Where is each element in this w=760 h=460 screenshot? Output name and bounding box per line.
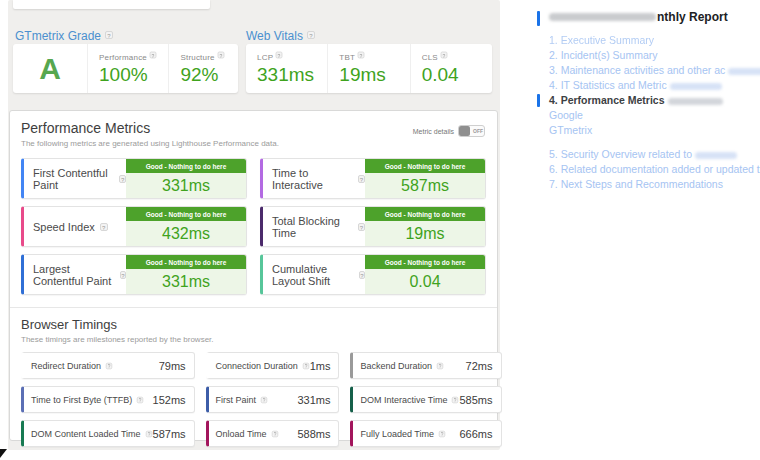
- outline-item-gtmetrix[interactable]: GTmetrix: [537, 123, 757, 138]
- help-icon[interactable]: ?: [218, 52, 225, 59]
- timing-card-onload: Onload Time? 588ms: [206, 420, 340, 447]
- outline-item-next-steps[interactable]: 7. Next Steps and Recommendations: [537, 177, 757, 192]
- timing-card-dom-content-loaded: DOM Content Loaded Time? 587ms: [21, 420, 195, 447]
- outline-item-text: 2. Incident(s) Summary: [549, 49, 658, 61]
- outline-item-related-documentation[interactable]: 6. Related documentation added or update…: [537, 162, 757, 177]
- performance-score-cell: Performance ? 100%: [87, 44, 168, 93]
- grade-card: A Performance ? 100% Structure ? 92%: [13, 44, 238, 93]
- outline-item-executive-summary[interactable]: 1. Executive Summary: [537, 33, 757, 48]
- web-vitals-heading-text: Web Vitals: [246, 29, 303, 43]
- outline-title[interactable]: nthly Report: [537, 10, 757, 24]
- help-icon[interactable]: ?: [441, 52, 448, 59]
- outline-item-text: 4. IT Statistics and Metric: [549, 79, 667, 91]
- help-icon[interactable]: ?: [105, 31, 113, 39]
- metric-details-toggle[interactable]: Metric details OFF: [413, 125, 485, 137]
- timing-card-first-paint: First Paint? 331ms: [206, 386, 340, 413]
- metric-value: 331ms: [126, 173, 246, 198]
- outline-item-text: 6. Related documentation added or update…: [549, 163, 760, 175]
- outline-item-text: 7. Next Steps and Recommendations: [549, 178, 723, 190]
- web-vitals-heading: Web Vitals?: [246, 29, 315, 43]
- gtmetrix-grade-heading: GTmetrix Grade?: [15, 29, 113, 43]
- timing-value: 1ms: [310, 360, 339, 372]
- grade-letter: A: [13, 44, 87, 93]
- outline-item-security-overview[interactable]: 5. Security Overview related to: [537, 147, 757, 162]
- redacted-text: [728, 68, 760, 75]
- outline-item-it-statistics[interactable]: 4. IT Statistics and Metric: [537, 78, 757, 93]
- timing-value: 331ms: [297, 394, 338, 406]
- redacted-text: [695, 152, 737, 159]
- help-icon[interactable]: ?: [261, 396, 267, 402]
- help-icon[interactable]: ?: [302, 362, 308, 368]
- timing-label: DOM Interactive Time: [360, 395, 447, 405]
- timing-value: 666ms: [459, 428, 500, 440]
- metric-label: Cumulative Layout Shift: [272, 263, 354, 287]
- gtmetrix-grade-heading-text: GTmetrix Grade: [15, 29, 101, 43]
- structure-score-cell: Structure ? 92%: [168, 44, 238, 93]
- browser-timings-title: Browser Timings: [21, 317, 486, 332]
- help-icon[interactable]: ?: [307, 31, 315, 39]
- metric-label: Total Blocking Time: [272, 215, 353, 239]
- help-icon[interactable]: ?: [271, 430, 277, 436]
- help-icon[interactable]: ?: [452, 396, 458, 402]
- metrics-panel: Performance Metrics The following metric…: [9, 110, 498, 441]
- active-indicator-bar: [537, 11, 540, 26]
- redacted-text: [549, 13, 656, 21]
- status-badge: Good - Nothing to do here: [365, 159, 485, 173]
- metric-value: 331ms: [126, 269, 246, 294]
- status-badge: Good - Nothing to do here: [365, 207, 485, 221]
- timing-label: First Paint: [216, 395, 257, 405]
- outline-item-text: GTmetrix: [549, 124, 592, 136]
- timing-value: 585ms: [459, 394, 500, 406]
- help-icon[interactable]: ?: [145, 430, 151, 436]
- timing-value: 587ms: [153, 428, 194, 440]
- metric-label: Time to Interactive: [272, 167, 353, 191]
- help-icon[interactable]: ?: [137, 396, 143, 402]
- metric-card-fcp: First Contentful Paint? Good - Nothing t…: [21, 158, 247, 199]
- timing-value: 152ms: [153, 394, 194, 406]
- timing-label: Onload Time: [216, 429, 267, 439]
- status-badge: Good - Nothing to do here: [126, 159, 246, 173]
- cls-label: CLS: [422, 53, 438, 62]
- outline-item-maintenance[interactable]: 3. Maintenance activities and other ac: [537, 63, 757, 78]
- gtmetrix-report-region: GTmetrix Grade? Web Vitals? A Performanc…: [8, 0, 500, 450]
- timing-value: 79ms: [159, 360, 194, 372]
- help-icon[interactable]: ?: [358, 175, 365, 183]
- metric-label: Largest Contentful Paint: [33, 263, 115, 287]
- cls-value: 0.04: [422, 64, 481, 86]
- help-icon[interactable]: ?: [358, 52, 365, 59]
- help-icon[interactable]: ?: [276, 52, 283, 59]
- help-icon[interactable]: ?: [100, 223, 108, 231]
- outline-item-text: 3. Maintenance activities and other ac: [549, 64, 725, 76]
- toggle-switch[interactable]: OFF: [458, 125, 485, 137]
- outline-item-performance-metrics[interactable]: 4. Performance Metrics: [537, 93, 757, 108]
- help-icon[interactable]: ?: [106, 362, 112, 368]
- outline-item-google[interactable]: Google: [537, 108, 757, 123]
- help-icon[interactable]: ?: [437, 362, 443, 368]
- tbt-value: 19ms: [339, 64, 398, 86]
- outline-item-text: 1. Executive Summary: [549, 34, 654, 46]
- structure-label: Structure: [180, 53, 214, 62]
- redacted-text: [670, 83, 722, 90]
- tbt-cell: TBT ? 19ms: [327, 44, 409, 93]
- outline-item-incidents-summary[interactable]: 2. Incident(s) Summary: [537, 48, 757, 63]
- timing-label: Connection Duration: [216, 361, 298, 371]
- web-vitals-card: LCP ? 331ms TBT ? 19ms CLS ? 0.04: [246, 44, 492, 93]
- document-outline: nthly Report 1. Executive Summary 2. Inc…: [537, 10, 757, 192]
- performance-metrics-subtitle: The following metrics are generated usin…: [21, 139, 486, 148]
- metric-value: 19ms: [365, 221, 485, 246]
- mouse-cursor: [0, 449, 7, 458]
- active-indicator-bar: [537, 94, 540, 107]
- help-icon[interactable]: ?: [150, 52, 157, 59]
- performance-value: 100%: [99, 64, 157, 86]
- toggle-knob[interactable]: [459, 126, 470, 136]
- help-icon[interactable]: ?: [358, 223, 365, 231]
- metric-card-speed-index: Speed Index? Good - Nothing to do here43…: [21, 206, 247, 247]
- help-icon[interactable]: ?: [119, 175, 126, 183]
- help-icon[interactable]: ?: [439, 430, 445, 436]
- timing-card-fully-loaded: Fully Loaded Time? 666ms: [350, 420, 501, 447]
- metric-card-tbt: Total Blocking Time? Good - Nothing to d…: [260, 206, 486, 247]
- timing-label: DOM Content Loaded Time: [31, 429, 141, 439]
- outline-item-text: 4. Performance Metrics: [549, 94, 665, 106]
- metric-card-lcp: Largest Contentful Paint? Good - Nothing…: [21, 254, 247, 295]
- lcp-label: LCP: [257, 53, 273, 62]
